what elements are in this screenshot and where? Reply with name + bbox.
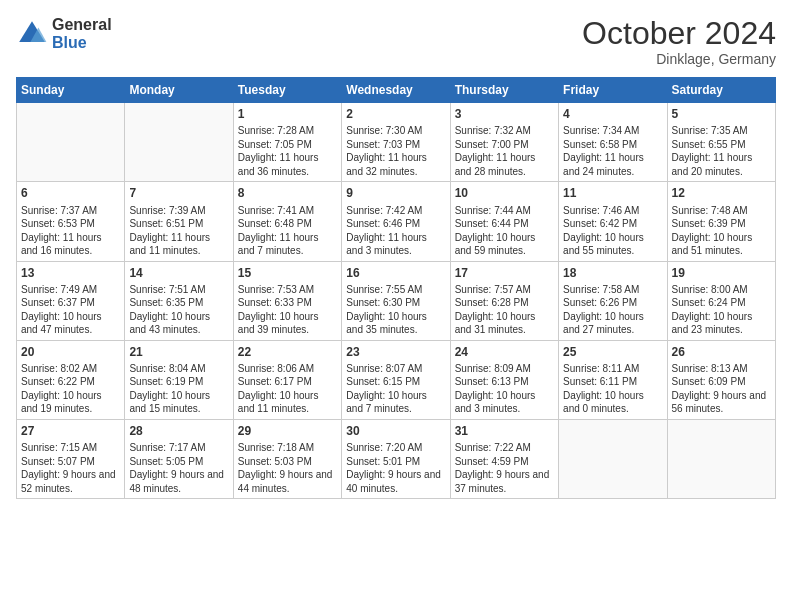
day-cell-2-5: 18Sunrise: 7:58 AM Sunset: 6:26 PM Dayli… xyxy=(559,261,667,340)
day-cell-4-6 xyxy=(667,419,775,498)
col-saturday: Saturday xyxy=(667,78,775,103)
day-info: Sunrise: 8:11 AM Sunset: 6:11 PM Dayligh… xyxy=(563,362,662,416)
week-row-5: 27Sunrise: 7:15 AM Sunset: 5:07 PM Dayli… xyxy=(17,419,776,498)
day-number: 2 xyxy=(346,106,445,122)
day-info: Sunrise: 7:49 AM Sunset: 6:37 PM Dayligh… xyxy=(21,283,120,337)
day-number: 27 xyxy=(21,423,120,439)
day-info: Sunrise: 7:35 AM Sunset: 6:55 PM Dayligh… xyxy=(672,124,771,178)
day-number: 18 xyxy=(563,265,662,281)
day-number: 16 xyxy=(346,265,445,281)
day-number: 11 xyxy=(563,185,662,201)
calendar-table: Sunday Monday Tuesday Wednesday Thursday… xyxy=(16,77,776,499)
day-cell-2-6: 19Sunrise: 8:00 AM Sunset: 6:24 PM Dayli… xyxy=(667,261,775,340)
day-number: 21 xyxy=(129,344,228,360)
day-number: 29 xyxy=(238,423,337,439)
day-info: Sunrise: 7:51 AM Sunset: 6:35 PM Dayligh… xyxy=(129,283,228,337)
day-info: Sunrise: 7:15 AM Sunset: 5:07 PM Dayligh… xyxy=(21,441,120,495)
day-cell-0-4: 3Sunrise: 7:32 AM Sunset: 7:00 PM Daylig… xyxy=(450,103,558,182)
day-number: 1 xyxy=(238,106,337,122)
day-cell-0-1 xyxy=(125,103,233,182)
day-info: Sunrise: 7:46 AM Sunset: 6:42 PM Dayligh… xyxy=(563,204,662,258)
day-info: Sunrise: 7:32 AM Sunset: 7:00 PM Dayligh… xyxy=(455,124,554,178)
day-info: Sunrise: 8:07 AM Sunset: 6:15 PM Dayligh… xyxy=(346,362,445,416)
logo-general: General xyxy=(52,16,112,33)
col-tuesday: Tuesday xyxy=(233,78,341,103)
day-info: Sunrise: 7:41 AM Sunset: 6:48 PM Dayligh… xyxy=(238,204,337,258)
day-number: 12 xyxy=(672,185,771,201)
col-sunday: Sunday xyxy=(17,78,125,103)
day-info: Sunrise: 7:34 AM Sunset: 6:58 PM Dayligh… xyxy=(563,124,662,178)
day-number: 15 xyxy=(238,265,337,281)
day-cell-2-2: 15Sunrise: 7:53 AM Sunset: 6:33 PM Dayli… xyxy=(233,261,341,340)
day-number: 8 xyxy=(238,185,337,201)
day-number: 7 xyxy=(129,185,228,201)
day-info: Sunrise: 7:48 AM Sunset: 6:39 PM Dayligh… xyxy=(672,204,771,258)
day-info: Sunrise: 8:09 AM Sunset: 6:13 PM Dayligh… xyxy=(455,362,554,416)
day-number: 20 xyxy=(21,344,120,360)
day-number: 31 xyxy=(455,423,554,439)
day-info: Sunrise: 8:06 AM Sunset: 6:17 PM Dayligh… xyxy=(238,362,337,416)
day-cell-3-6: 26Sunrise: 8:13 AM Sunset: 6:09 PM Dayli… xyxy=(667,340,775,419)
title-block: October 2024 Dinklage, Germany xyxy=(582,16,776,67)
day-info: Sunrise: 7:42 AM Sunset: 6:46 PM Dayligh… xyxy=(346,204,445,258)
col-wednesday: Wednesday xyxy=(342,78,450,103)
day-number: 17 xyxy=(455,265,554,281)
logo-icon xyxy=(16,18,48,50)
day-info: Sunrise: 7:22 AM Sunset: 4:59 PM Dayligh… xyxy=(455,441,554,495)
col-thursday: Thursday xyxy=(450,78,558,103)
day-info: Sunrise: 7:20 AM Sunset: 5:01 PM Dayligh… xyxy=(346,441,445,495)
day-cell-2-0: 13Sunrise: 7:49 AM Sunset: 6:37 PM Dayli… xyxy=(17,261,125,340)
month-title: October 2024 xyxy=(582,16,776,51)
day-number: 13 xyxy=(21,265,120,281)
day-cell-4-1: 28Sunrise: 7:17 AM Sunset: 5:05 PM Dayli… xyxy=(125,419,233,498)
day-number: 22 xyxy=(238,344,337,360)
day-info: Sunrise: 7:28 AM Sunset: 7:05 PM Dayligh… xyxy=(238,124,337,178)
day-number: 25 xyxy=(563,344,662,360)
logo-blue: Blue xyxy=(52,34,87,51)
day-info: Sunrise: 7:30 AM Sunset: 7:03 PM Dayligh… xyxy=(346,124,445,178)
week-row-4: 20Sunrise: 8:02 AM Sunset: 6:22 PM Dayli… xyxy=(17,340,776,419)
day-info: Sunrise: 7:53 AM Sunset: 6:33 PM Dayligh… xyxy=(238,283,337,337)
day-cell-3-1: 21Sunrise: 8:04 AM Sunset: 6:19 PM Dayli… xyxy=(125,340,233,419)
day-cell-0-6: 5Sunrise: 7:35 AM Sunset: 6:55 PM Daylig… xyxy=(667,103,775,182)
day-info: Sunrise: 7:58 AM Sunset: 6:26 PM Dayligh… xyxy=(563,283,662,337)
day-number: 6 xyxy=(21,185,120,201)
day-cell-1-5: 11Sunrise: 7:46 AM Sunset: 6:42 PM Dayli… xyxy=(559,182,667,261)
day-cell-3-3: 23Sunrise: 8:07 AM Sunset: 6:15 PM Dayli… xyxy=(342,340,450,419)
day-info: Sunrise: 7:44 AM Sunset: 6:44 PM Dayligh… xyxy=(455,204,554,258)
day-cell-3-2: 22Sunrise: 8:06 AM Sunset: 6:17 PM Dayli… xyxy=(233,340,341,419)
day-info: Sunrise: 7:39 AM Sunset: 6:51 PM Dayligh… xyxy=(129,204,228,258)
page: General Blue October 2024 Dinklage, Germ… xyxy=(0,0,792,612)
logo: General Blue xyxy=(16,16,112,51)
day-number: 3 xyxy=(455,106,554,122)
location: Dinklage, Germany xyxy=(582,51,776,67)
day-cell-3-5: 25Sunrise: 8:11 AM Sunset: 6:11 PM Dayli… xyxy=(559,340,667,419)
day-cell-1-2: 8Sunrise: 7:41 AM Sunset: 6:48 PM Daylig… xyxy=(233,182,341,261)
day-info: Sunrise: 7:37 AM Sunset: 6:53 PM Dayligh… xyxy=(21,204,120,258)
day-number: 5 xyxy=(672,106,771,122)
day-cell-0-5: 4Sunrise: 7:34 AM Sunset: 6:58 PM Daylig… xyxy=(559,103,667,182)
day-number: 26 xyxy=(672,344,771,360)
week-row-3: 13Sunrise: 7:49 AM Sunset: 6:37 PM Dayli… xyxy=(17,261,776,340)
day-cell-3-4: 24Sunrise: 8:09 AM Sunset: 6:13 PM Dayli… xyxy=(450,340,558,419)
day-cell-4-5 xyxy=(559,419,667,498)
day-cell-0-0 xyxy=(17,103,125,182)
day-cell-3-0: 20Sunrise: 8:02 AM Sunset: 6:22 PM Dayli… xyxy=(17,340,125,419)
day-number: 24 xyxy=(455,344,554,360)
day-info: Sunrise: 7:57 AM Sunset: 6:28 PM Dayligh… xyxy=(455,283,554,337)
day-cell-2-3: 16Sunrise: 7:55 AM Sunset: 6:30 PM Dayli… xyxy=(342,261,450,340)
day-cell-4-0: 27Sunrise: 7:15 AM Sunset: 5:07 PM Dayli… xyxy=(17,419,125,498)
day-number: 19 xyxy=(672,265,771,281)
day-number: 30 xyxy=(346,423,445,439)
day-info: Sunrise: 8:04 AM Sunset: 6:19 PM Dayligh… xyxy=(129,362,228,416)
col-friday: Friday xyxy=(559,78,667,103)
header: General Blue October 2024 Dinklage, Germ… xyxy=(16,16,776,67)
day-cell-4-2: 29Sunrise: 7:18 AM Sunset: 5:03 PM Dayli… xyxy=(233,419,341,498)
col-monday: Monday xyxy=(125,78,233,103)
day-cell-1-3: 9Sunrise: 7:42 AM Sunset: 6:46 PM Daylig… xyxy=(342,182,450,261)
week-row-1: 1Sunrise: 7:28 AM Sunset: 7:05 PM Daylig… xyxy=(17,103,776,182)
day-number: 14 xyxy=(129,265,228,281)
day-cell-0-2: 1Sunrise: 7:28 AM Sunset: 7:05 PM Daylig… xyxy=(233,103,341,182)
day-info: Sunrise: 7:18 AM Sunset: 5:03 PM Dayligh… xyxy=(238,441,337,495)
day-number: 10 xyxy=(455,185,554,201)
